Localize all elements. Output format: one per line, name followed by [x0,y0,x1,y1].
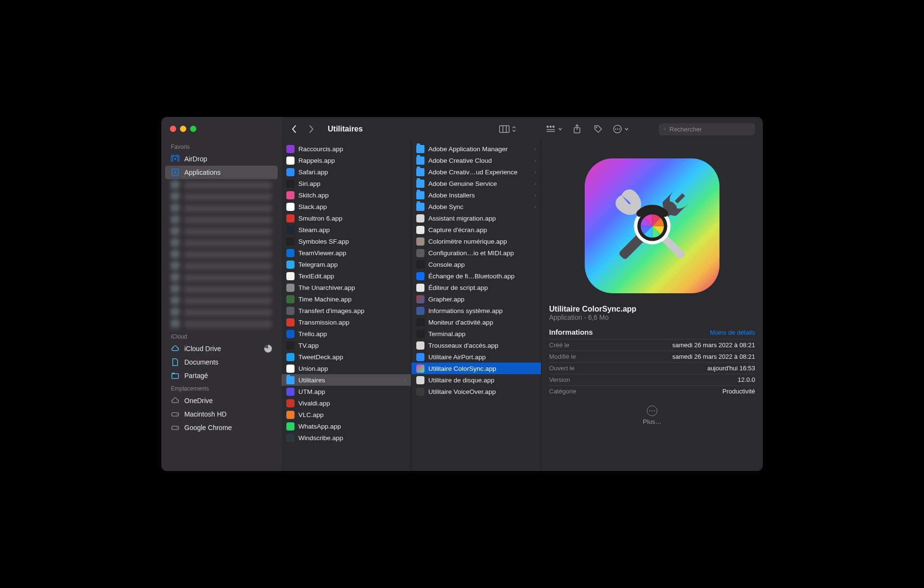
file-row[interactable]: Trello.app [282,328,411,340]
file-row[interactable]: VLC.app [282,409,411,420]
file-row[interactable]: Assistant migration.app [411,212,541,224]
file-label: TV.app [298,342,406,349]
file-row[interactable]: Vivaldi.app [282,397,411,409]
file-label: Steam.app [298,226,406,234]
folder-row[interactable]: Adobe Sync› [411,201,541,212]
app-icon [286,214,295,222]
file-row[interactable]: Windscribe.app [282,432,411,444]
sidebar-item[interactable]: AirDrop [161,152,282,166]
details-toggle[interactable]: Moins de détails [710,329,755,336]
file-row[interactable]: Moniteur d'activité.app [411,316,541,328]
search-input[interactable] [669,126,750,133]
maximize-button[interactable] [190,126,196,132]
sidebar-item[interactable]: Documents [161,355,282,369]
file-row[interactable]: TweetDeck.app [282,351,411,363]
preview-kind: Application - 6,6 Mo [549,314,609,321]
shared-folder-icon [171,371,180,380]
file-row[interactable]: Console.app [411,259,541,270]
file-row[interactable]: Terminal.app [411,328,541,340]
column-utilitaires[interactable]: Adobe Application Manager›Adobe Creative… [411,141,541,471]
chevron-right-icon: › [534,146,536,152]
minimize-button[interactable] [180,126,186,132]
file-row[interactable]: Trousseaux d'accès.app [411,340,541,351]
file-row[interactable]: Steam.app [282,224,411,235]
folder-row[interactable]: Utilitaires› [282,374,411,386]
file-row[interactable]: Transmission.app [282,316,411,328]
svg-point-0 [174,158,176,160]
file-row[interactable]: TeamViewer.app [282,247,411,259]
svg-rect-12 [547,126,549,128]
back-button[interactable] [289,124,299,134]
file-row[interactable]: Colorimètre numérique.app [411,235,541,247]
file-row[interactable]: Grapher.app [411,293,541,305]
file-row[interactable]: Transfert d'images.app [282,305,411,316]
cloud-gray-icon [171,396,180,405]
sidebar-item[interactable]: Partagé [161,369,282,382]
file-row[interactable]: Échange de fi…Bluetooth.app [411,270,541,282]
file-row[interactable]: Utilitaire AirPort.app [411,351,541,363]
file-row[interactable]: Time Machine.app [282,293,411,305]
sidebar-item[interactable]: Macintosh HD [161,407,282,421]
app-icon [286,226,295,234]
file-row[interactable]: TV.app [282,340,411,351]
file-row[interactable]: Informations système.app [411,305,541,316]
sidebar-item[interactable]: iCloud Drive [161,342,282,355]
folder-row[interactable]: Adobe Creativ…ud Experience› [411,166,541,178]
file-row[interactable]: Symboles SF.app [282,235,411,247]
app-icon [416,365,424,373]
file-row[interactable]: Utilitaire VoiceOver.app [411,386,541,397]
search-field[interactable] [659,123,755,135]
file-row[interactable]: Capture d'écran.app [411,224,541,235]
file-row[interactable]: Utilitaire de disque.app [411,374,541,386]
file-row[interactable]: Raccourcis.app [282,143,411,155]
file-row[interactable]: UTM.app [282,386,411,397]
file-row[interactable]: Telegram.app [282,259,411,270]
file-label: WhatsApp.app [298,423,406,430]
file-row[interactable]: Union.app [282,363,411,374]
more-button[interactable]: Plus… [643,405,661,425]
column-applications[interactable]: Raccourcis.appRappels.appSafari.appSiri.… [282,141,411,471]
file-row[interactable]: Éditeur de script.app [411,282,541,293]
file-row[interactable]: Rappels.app [282,155,411,166]
file-row[interactable]: Slack.app [282,201,411,212]
file-label: The Unarchiver.app [298,284,406,291]
action-button[interactable] [613,124,629,134]
folder-row[interactable]: Adobe Application Manager› [411,143,541,155]
sidebar-item-redacted [171,296,272,306]
file-row[interactable]: Utilitaire ColorSync.app [411,363,541,374]
app-icon [286,157,295,165]
app-icon [416,226,424,234]
forward-button[interactable] [307,124,316,134]
app-icon [416,261,424,269]
file-label: Union.app [298,365,406,372]
sidebar-item[interactable]: AApplications [165,166,278,179]
file-row[interactable]: Siri.app [282,178,411,189]
chevron-right-icon: › [534,192,536,198]
view-mode-button[interactable] [499,125,516,133]
sidebar-item[interactable]: OneDrive [161,394,282,407]
file-row[interactable]: Smultron 6.app [282,212,411,224]
file-label: VLC.app [298,411,406,418]
share-button[interactable] [570,123,584,135]
file-row[interactable]: Configuration…io et MIDI.app [411,247,541,259]
folder-row[interactable]: Adobe Genuine Service› [411,178,541,189]
svg-rect-27 [675,193,685,203]
tag-button[interactable] [591,123,605,135]
file-row[interactable]: The Unarchiver.app [282,282,411,293]
file-row[interactable]: TextEdit.app [282,270,411,282]
group-button[interactable] [546,125,563,133]
app-icon [286,145,295,153]
folder-row[interactable]: Adobe Creative Cloud› [411,155,541,166]
file-label: Utilitaires [298,377,400,384]
close-button[interactable] [170,126,176,132]
file-row[interactable]: WhatsApp.app [282,420,411,432]
app-icon [286,191,295,199]
file-row[interactable]: Safari.app [282,166,411,178]
file-row[interactable]: Skitch.app [282,189,411,201]
sidebar-item[interactable]: Google Chrome [161,421,282,434]
sidebar-item-redacted [171,249,272,260]
folder-row[interactable]: Adobe Installers› [411,189,541,201]
folder-icon [286,376,295,384]
app-icon [416,330,424,338]
folder-icon [416,145,424,153]
